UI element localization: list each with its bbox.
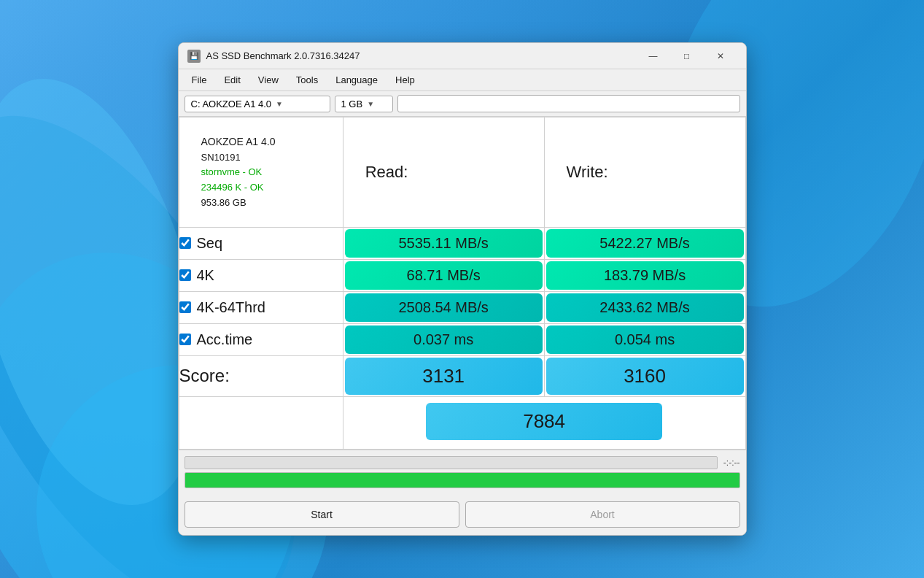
seq-read-cell: 5535.11 MB/s (343, 227, 544, 259)
score-row: Score: 3131 3160 (179, 355, 745, 396)
4k64-write-cell: 2433.62 MB/s (544, 291, 745, 323)
acctime-read-value: 0.037 ms (345, 325, 543, 354)
main-window: 💾 AS SSD Benchmark 2.0.7316.34247 — □ ✕ … (178, 42, 747, 536)
menu-view[interactable]: View (251, 72, 286, 88)
size-dropdown[interactable]: 1 GB ▼ (335, 96, 393, 112)
acctime-write-value: 0.054 ms (546, 325, 744, 354)
app-icon: 💾 (187, 50, 201, 63)
4k-write-value: 183.79 MB/s (546, 261, 744, 290)
4k64-row: 4K-64Thrd 2508.54 MB/s 2433.62 MB/s (179, 291, 745, 323)
progress-area: -:-:-- (179, 450, 746, 497)
abort-button[interactable]: Abort (465, 501, 740, 528)
header-row: AOKZOE A1 4.0 SN10191 stornvme - OK 2344… (179, 117, 745, 228)
4k64-read-value: 2508.54 MB/s (345, 293, 543, 322)
maximize-button[interactable]: □ (670, 45, 704, 68)
seq-checkbox[interactable] (179, 237, 191, 249)
drive-dropdown-arrow: ▼ (276, 100, 283, 108)
4k-read-cell: 68.71 MB/s (343, 259, 544, 291)
close-button[interactable]: ✕ (704, 45, 737, 68)
window-controls: — □ ✕ (637, 45, 737, 68)
full-progress-bg (185, 472, 740, 488)
read-label: Read: (355, 155, 532, 189)
read-header-cell: Read: (343, 117, 544, 228)
drive-serial: SN10191 (201, 150, 321, 166)
4k-label-cell: 4K (179, 259, 343, 291)
4k-row: 4K 68.71 MB/s 183.79 MB/s (179, 259, 745, 291)
drive-label: C: AOKZOE A1 4.0 (191, 99, 272, 109)
button-row: Start Abort (179, 497, 746, 535)
4k64-label: 4K-64Thrd (197, 299, 266, 316)
progress-bar-bg (185, 456, 718, 469)
score-total-empty (179, 396, 343, 449)
results-table: AOKZOE A1 4.0 SN10191 stornvme - OK 2344… (179, 117, 746, 450)
score-total-value: 7884 (426, 403, 661, 440)
score-write-cell: 3160 (544, 355, 745, 396)
score-total-cell: 7884 (343, 396, 745, 449)
acctime-checkbox[interactable] (179, 334, 191, 345)
menu-help[interactable]: Help (388, 72, 422, 88)
menu-tools[interactable]: Tools (289, 72, 325, 88)
4k-read-value: 68.71 MB/s (345, 261, 543, 290)
score-read-value: 3131 (345, 358, 543, 395)
main-content: AOKZOE A1 4.0 SN10191 stornvme - OK 2344… (179, 117, 746, 450)
seq-write-value: 5422.27 MB/s (546, 229, 744, 258)
score-read-cell: 3131 (343, 355, 544, 396)
info-header-cell: AOKZOE A1 4.0 SN10191 stornvme - OK 2344… (179, 117, 343, 228)
4k-write-cell: 183.79 MB/s (544, 259, 745, 291)
drive-model: AOKZOE A1 4.0 (201, 134, 321, 150)
4k-label: 4K (197, 267, 214, 284)
seq-row: Seq 5535.11 MB/s 5422.27 MB/s (179, 227, 745, 259)
size-dropdown-arrow: ▼ (367, 100, 374, 108)
minimize-button[interactable]: — (637, 45, 670, 68)
4k-checkbox[interactable] (179, 269, 191, 281)
window-title: AS SSD Benchmark 2.0.7316.34247 (206, 50, 637, 61)
start-button[interactable]: Start (185, 501, 459, 528)
4k64-write-value: 2433.62 MB/s (546, 293, 744, 322)
drive-dropdown[interactable]: C: AOKZOE A1 4.0 ▼ (185, 96, 330, 112)
4k64-label-cell: 4K-64Thrd (179, 291, 343, 323)
seq-write-cell: 5422.27 MB/s (544, 227, 745, 259)
write-label: Write: (556, 155, 734, 189)
progress-timer: -:-:-- (723, 458, 740, 468)
score-total-row: 7884 (179, 396, 745, 449)
acctime-label: Acc.time (197, 331, 253, 348)
drive-size-k: 234496 K - OK (201, 180, 321, 196)
seq-label-cell: Seq (179, 227, 343, 259)
titlebar: 💾 AS SSD Benchmark 2.0.7316.34247 — □ ✕ (179, 43, 746, 69)
score-label-cell: Score: (179, 355, 343, 396)
menu-language[interactable]: Language (328, 72, 385, 88)
acctime-label-cell: Acc.time (179, 323, 343, 355)
full-progress-fill (185, 473, 739, 488)
seq-label: Seq (197, 235, 223, 252)
drive-info: AOKZOE A1 4.0 SN10191 stornvme - OK 2344… (191, 126, 331, 218)
menu-file[interactable]: File (185, 72, 214, 88)
toolbar: C: AOKZOE A1 4.0 ▼ 1 GB ▼ (179, 91, 746, 117)
write-header-cell: Write: (544, 117, 745, 228)
acctime-write-cell: 0.054 ms (544, 323, 745, 355)
score-label: Score: (179, 366, 230, 385)
seq-read-value: 5535.11 MB/s (345, 229, 543, 258)
menu-edit[interactable]: Edit (217, 72, 247, 88)
size-label: 1 GB (341, 99, 363, 109)
drive-driver: stornvme - OK (201, 165, 321, 180)
acctime-read-cell: 0.037 ms (343, 323, 544, 355)
score-write-value: 3160 (546, 358, 744, 395)
4k64-checkbox[interactable] (179, 301, 191, 313)
4k64-read-cell: 2508.54 MB/s (343, 291, 544, 323)
toolbar-spacer (397, 95, 740, 112)
acctime-row: Acc.time 0.037 ms 0.054 ms (179, 323, 745, 355)
drive-size-gb: 953.86 GB (201, 196, 321, 211)
menubar: File Edit View Tools Language Help (179, 69, 746, 91)
progress-track: -:-:-- (185, 456, 740, 469)
